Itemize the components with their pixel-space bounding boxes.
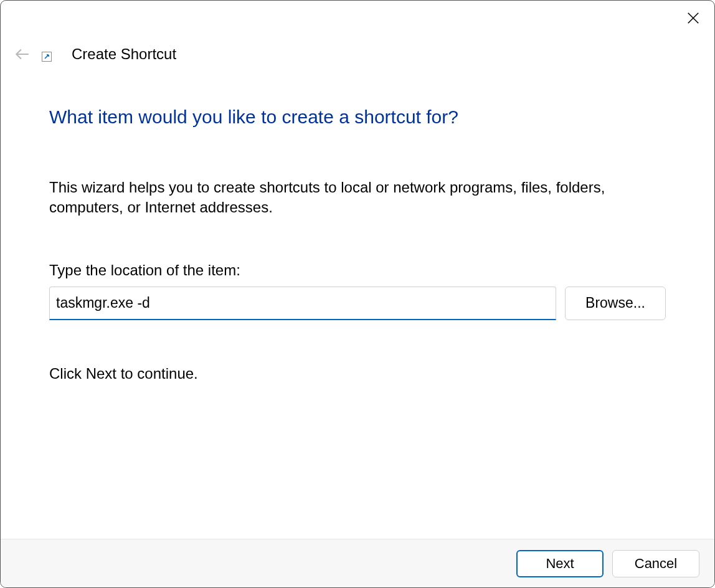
browse-button[interactable]: Browse... <box>565 287 666 320</box>
titlebar <box>672 1 714 36</box>
close-icon <box>686 11 700 25</box>
shortcut-icon <box>42 47 57 62</box>
header-row: Create Shortcut <box>13 45 176 63</box>
location-input-row: Browse... <box>49 287 666 320</box>
back-button <box>13 45 31 63</box>
close-button[interactable] <box>682 7 704 29</box>
footer: Next Cancel <box>1 539 714 587</box>
shortcut-arrow-icon <box>44 54 50 60</box>
wizard-hint: Click Next to continue. <box>49 365 666 382</box>
window-title: Create Shortcut <box>72 45 176 63</box>
wizard-description: This wizard helps you to create shortcut… <box>49 178 635 218</box>
location-input[interactable] <box>49 287 556 320</box>
wizard-content: What item would you like to create a sho… <box>49 107 666 382</box>
wizard-heading: What item would you like to create a sho… <box>49 107 666 128</box>
next-button[interactable]: Next <box>516 550 604 577</box>
back-arrow-icon <box>14 46 30 62</box>
cancel-button[interactable]: Cancel <box>612 550 699 577</box>
location-label: Type the location of the item: <box>49 262 666 279</box>
